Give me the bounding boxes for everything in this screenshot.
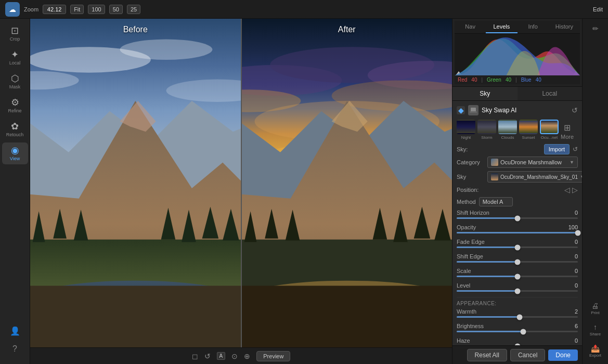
histogram-info: Red 40 | Green 40 | Blue 40	[455, 75, 580, 84]
sidebar-item-refine[interactable]: ⚙ Refine	[2, 95, 28, 116]
tab-local[interactable]: Local	[518, 87, 583, 100]
slider-haze-value: 0	[575, 337, 578, 344]
left-sidebar: ⊡ Crop ✦ Local ⬡ Mask ⚙ Refine ✿ Retouch…	[0, 19, 30, 364]
slider-fade_edge-track[interactable]	[457, 246, 578, 248]
module-icon	[468, 105, 478, 115]
mask-icon: ⬡	[11, 74, 19, 83]
canvas-bottom-left-icon[interactable]: ◻	[192, 352, 198, 360]
panel-tabs: Sky Local	[452, 87, 582, 101]
position-right-icon[interactable]: ▷	[572, 186, 578, 194]
slider-brightness-label: Brightness	[457, 323, 484, 329]
slider-shift_edge-track[interactable]	[457, 261, 578, 263]
edit-icon-top[interactable]: ✏	[590, 23, 601, 34]
slider-shift_horizon-value: 0	[575, 210, 578, 216]
share-label: Share	[590, 332, 601, 336]
crop-label: Crop	[10, 36, 20, 42]
position-row: Position: ◁ ▷	[457, 186, 578, 194]
slider-scale-track[interactable]	[457, 276, 578, 277]
canvas-undo-icon[interactable]: ↺	[204, 352, 211, 360]
import-button[interactable]: Import	[544, 144, 570, 154]
view-label: View	[10, 156, 20, 161]
canvas-split-icon[interactable]: ⊕	[244, 352, 250, 360]
before-panel: Before	[30, 19, 242, 347]
sky-reset-button[interactable]: ↺	[573, 146, 578, 153]
position-label: Position:	[457, 187, 485, 193]
slider-brightness-track[interactable]	[457, 331, 578, 332]
zoom-input[interactable]	[43, 5, 66, 14]
sidebar-item-retouch[interactable]: ✿ Retouch	[2, 119, 28, 140]
reset-all-button[interactable]: Reset All	[467, 349, 507, 361]
sidebar-bottom: 👤 ?	[8, 324, 22, 360]
slider-opacity-track[interactable]	[457, 232, 578, 233]
sidebar-item-local[interactable]: ✦ Local	[2, 47, 28, 69]
sky-select[interactable]: OcuDrone_Marshmallow_Sky_01 ▼	[487, 171, 582, 183]
module-collapse-button[interactable]: ◆	[457, 106, 465, 114]
preset-more-button[interactable]: ⊞ More	[561, 123, 574, 140]
print-label: Print	[591, 310, 599, 315]
sidebar-item-mask[interactable]: ⬡ Mask	[2, 71, 28, 93]
category-select[interactable]: OcuDrone Marshmallow ▼	[487, 157, 578, 168]
slider-warmth-track[interactable]	[457, 316, 578, 318]
add-person-icon[interactable]: 👤	[8, 324, 22, 338]
preset-clouds-label: Clouds	[501, 135, 514, 140]
canvas-circle-icon[interactable]: ⊙	[231, 352, 238, 360]
done-button[interactable]: Done	[548, 349, 578, 361]
share-tool[interactable]: ↑ Share	[588, 321, 603, 339]
help-icon[interactable]: ?	[10, 342, 19, 356]
module-reset-button[interactable]: ↺	[572, 106, 578, 114]
preset-night-label: Night	[461, 135, 471, 140]
tab-levels[interactable]: Levels	[486, 21, 517, 33]
sidebar-item-view[interactable]: ◉ View	[2, 142, 28, 164]
position-left-icon[interactable]: ◁	[564, 186, 570, 194]
sidebar-item-crop[interactable]: ⊡ Crop	[2, 23, 28, 45]
preset-storm[interactable]: Storm	[477, 120, 496, 140]
slider-haze-label: Haze	[457, 337, 470, 344]
method-row: Method Model A Model B	[457, 197, 578, 206]
preset-sunset-label: Sunset	[522, 135, 535, 140]
slider-fade_edge: Fade Edge 0	[457, 239, 578, 248]
zoom-25-button[interactable]: 25	[127, 5, 140, 14]
slider-warmth: Warmth 2	[457, 308, 578, 318]
right-sidebar: ✏ 🖨 Print ↑ Share 📤 Export	[582, 19, 608, 364]
canvas-label-a-icon[interactable]: A	[217, 352, 226, 360]
tab-history[interactable]: History	[549, 21, 580, 33]
preset-sunset[interactable]: Sunset	[519, 120, 538, 140]
edit-button[interactable]: Edit	[593, 6, 603, 12]
slider-fade_edge-value: 0	[575, 239, 578, 245]
tab-nav[interactable]: Nav	[455, 21, 486, 33]
module-title: Sky Swap AI	[482, 107, 568, 114]
svg-rect-54	[471, 108, 476, 112]
slider-level-track[interactable]	[457, 290, 578, 292]
export-tool[interactable]: 📤 Export	[587, 343, 603, 360]
cancel-button[interactable]: Cancel	[510, 349, 545, 361]
preset-ocudrone[interactable]: Ocu...net	[540, 120, 559, 140]
crop-icon: ⊡	[11, 26, 19, 35]
zoom-100-button[interactable]: 100	[88, 5, 105, 14]
sky-presets: Night Storm Clouds Sunset Ocu...net	[457, 120, 578, 140]
right-panel: Nav Levels Info History	[452, 19, 582, 364]
category-value: OcuDrone Marshmallow	[500, 159, 567, 165]
green-value: 40	[506, 77, 511, 83]
zoom-fit-button[interactable]: Fit	[70, 5, 84, 14]
preset-night[interactable]: Night	[457, 120, 475, 140]
preview-button[interactable]: Preview	[256, 351, 290, 361]
slider-brightness: Brightness 6	[457, 323, 578, 332]
share-icon: ↑	[593, 323, 597, 331]
retouch-label: Retouch	[6, 132, 24, 137]
panel-content: ◆ Sky Swap AI ↺ Night Storm	[452, 101, 582, 345]
slider-shift_edge-label: Shift Edge	[457, 253, 483, 259]
print-tool[interactable]: 🖨 Print	[589, 300, 601, 317]
preset-storm-thumb	[477, 120, 496, 134]
app-logo: ☁	[5, 2, 20, 17]
method-label: Method	[457, 199, 476, 205]
tab-sky[interactable]: Sky	[452, 87, 518, 100]
preset-clouds[interactable]: Clouds	[498, 120, 517, 140]
method-select[interactable]: Model A Model B	[479, 197, 513, 206]
tab-info[interactable]: Info	[518, 21, 549, 33]
svg-point-2	[120, 40, 213, 60]
refine-label: Refine	[8, 108, 21, 113]
zoom-50-button[interactable]: 50	[109, 5, 123, 14]
appearance-title: Appearance:	[457, 297, 578, 306]
slider-shift_horizon-track[interactable]	[457, 217, 578, 219]
slider-level-value: 0	[575, 282, 578, 289]
